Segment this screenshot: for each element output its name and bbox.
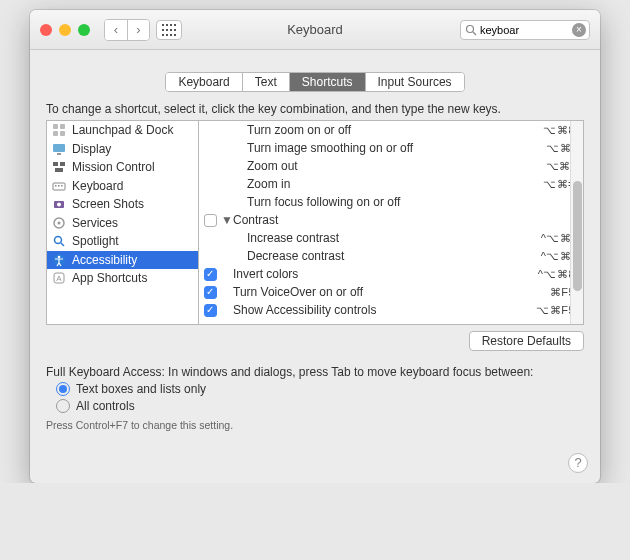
shortcut-checkbox[interactable] (199, 285, 221, 299)
category-label: Services (72, 216, 118, 230)
category-app-shortcuts[interactable]: AApp Shortcuts (47, 269, 198, 288)
svg-rect-4 (162, 29, 164, 31)
shortcut-checkbox[interactable] (199, 213, 221, 227)
search-input[interactable] (477, 24, 572, 36)
checkbox-icon (204, 268, 217, 281)
search-icon (465, 24, 477, 36)
grid-icon (162, 24, 176, 36)
svg-rect-2 (170, 24, 172, 26)
svg-rect-21 (60, 162, 65, 166)
tab-shortcuts[interactable]: Shortcuts (289, 73, 365, 91)
nav-segment: ‹ › (104, 19, 150, 41)
shortcut-label: Turn focus following on or off (233, 195, 575, 209)
category-accessibility[interactable]: Accessibility (47, 251, 198, 270)
shortcuts-panes: Launchpad & DockDisplayMission ControlKe… (46, 120, 584, 325)
forward-button[interactable]: › (127, 20, 149, 40)
svg-rect-11 (174, 34, 176, 36)
category-launchpad-dock[interactable]: Launchpad & Dock (47, 121, 198, 140)
svg-rect-19 (57, 153, 61, 155)
category-list[interactable]: Launchpad & DockDisplayMission ControlKe… (47, 121, 199, 324)
svg-rect-18 (53, 144, 65, 152)
svg-rect-6 (170, 29, 172, 31)
radio-icon (56, 382, 70, 396)
back-button[interactable]: ‹ (105, 20, 127, 40)
shortcut-row[interactable]: Zoom in⌥⌘= (199, 175, 583, 193)
shortcut-row[interactable]: Turn VoiceOver on or off⌘F5 (199, 283, 583, 301)
spotlight-icon (51, 233, 67, 249)
shortcut-label: Invert colors (233, 267, 538, 281)
checkbox-icon (204, 304, 217, 317)
shortcut-row[interactable]: ▼Contrast (199, 211, 583, 229)
scrollbar-thumb[interactable] (573, 181, 582, 291)
scrollbar[interactable] (570, 121, 583, 324)
svg-point-28 (57, 203, 61, 207)
app-shortcuts-icon: A (51, 270, 67, 286)
svg-rect-26 (61, 185, 63, 187)
fka-option-label: Text boxes and lists only (76, 382, 206, 396)
svg-line-32 (61, 243, 64, 246)
shortcut-row[interactable]: Show Accessibility controls⌥⌘F5 (199, 301, 583, 319)
show-all-button[interactable] (156, 20, 182, 40)
fka-option-all[interactable]: All controls (56, 399, 584, 413)
tab-text[interactable]: Text (242, 73, 289, 91)
svg-rect-7 (174, 29, 176, 31)
fka-option-label: All controls (76, 399, 135, 413)
shortcut-label: Increase contrast (233, 231, 541, 245)
svg-rect-17 (60, 131, 65, 136)
close-button[interactable] (40, 24, 52, 36)
clear-search-button[interactable]: × (572, 23, 586, 37)
category-services[interactable]: Services (47, 214, 198, 233)
shortcut-row[interactable]: Decrease contrast^⌥⌘, (199, 247, 583, 265)
category-spotlight[interactable]: Spotlight (47, 232, 198, 251)
shortcut-row[interactable]: Turn focus following on or off (199, 193, 583, 211)
shortcut-checkbox[interactable] (199, 303, 221, 317)
search-field[interactable]: × (460, 20, 590, 40)
zoom-button[interactable] (78, 24, 90, 36)
radio-icon (56, 399, 70, 413)
tab-keyboard[interactable]: Keyboard (166, 73, 241, 91)
shortcut-row[interactable]: Invert colors^⌥⌘8 (199, 265, 583, 283)
help-button[interactable]: ? (568, 453, 588, 473)
disclosure-icon[interactable]: ▼ (221, 213, 233, 227)
fka-option-textboxes[interactable]: Text boxes and lists only (56, 382, 584, 396)
shortcut-list[interactable]: Turn zoom on or off⌥⌘8Turn image smoothi… (199, 121, 583, 324)
tab-input-sources[interactable]: Input Sources (365, 73, 464, 91)
svg-rect-8 (162, 34, 164, 36)
fka-heading: Full Keyboard Access: In windows and dia… (46, 365, 584, 379)
category-display[interactable]: Display (47, 140, 198, 159)
category-label: Spotlight (72, 234, 119, 248)
svg-text:A: A (56, 274, 62, 283)
keyboard-icon (51, 178, 67, 194)
svg-rect-20 (53, 162, 58, 166)
svg-rect-22 (55, 168, 63, 172)
shortcut-row[interactable]: Increase contrast^⌥⌘. (199, 229, 583, 247)
display-icon (51, 141, 67, 157)
svg-rect-10 (170, 34, 172, 36)
checkbox-icon (204, 286, 217, 299)
svg-point-30 (58, 221, 61, 224)
instruction-text: To change a shortcut, select it, click t… (46, 102, 584, 116)
category-label: Mission Control (72, 160, 155, 174)
restore-defaults-button[interactable]: Restore Defaults (469, 331, 584, 351)
shortcut-row[interactable]: Turn zoom on or off⌥⌘8 (199, 121, 583, 139)
svg-rect-14 (53, 124, 58, 129)
shortcut-row[interactable]: Zoom out⌥⌘- (199, 157, 583, 175)
shortcut-row[interactable]: Turn image smoothing on or off⌥⌘\ (199, 139, 583, 157)
category-mission-control[interactable]: Mission Control (47, 158, 198, 177)
category-label: Display (72, 142, 111, 156)
shortcut-checkbox[interactable] (199, 267, 221, 281)
category-screen-shots[interactable]: Screen Shots (47, 195, 198, 214)
shortcut-label: Zoom in (233, 177, 543, 191)
checkbox-icon (204, 214, 217, 227)
screenshots-icon (51, 196, 67, 212)
shortcut-label: Decrease contrast (233, 249, 541, 263)
shortcut-label: Zoom out (233, 159, 546, 173)
launchpad-icon (51, 122, 67, 138)
category-keyboard[interactable]: Keyboard (47, 177, 198, 196)
services-icon (51, 215, 67, 231)
svg-rect-25 (58, 185, 60, 187)
minimize-button[interactable] (59, 24, 71, 36)
category-label: App Shortcuts (72, 271, 147, 285)
mission-control-icon (51, 159, 67, 175)
shortcut-list-pane: Turn zoom on or off⌥⌘8Turn image smoothi… (199, 121, 583, 324)
